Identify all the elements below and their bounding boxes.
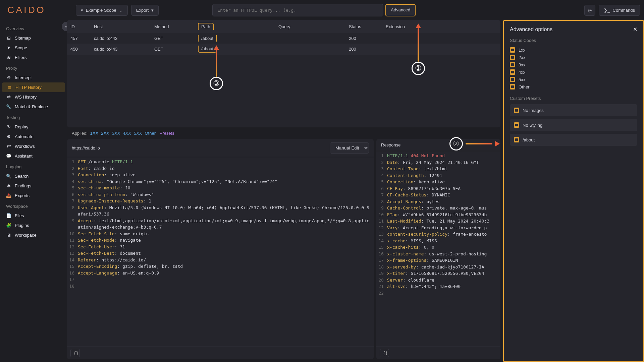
sidebar-item-replay[interactable]: ↻Replay [0,122,67,132]
sidebar-item-findings[interactable]: ✱Findings [0,181,67,191]
cell-ext [382,33,500,44]
table-row[interactable]: 450caido.io:443GET/about200 [67,44,500,55]
sidebar-item-sitemap[interactable]: ⊞Sitemap [0,33,67,43]
filter-icon: ▾ [81,8,83,13]
history-icon: ≣ [7,85,12,90]
column-query[interactable]: Query [275,20,345,33]
column-host[interactable]: Host [91,20,151,33]
cell-method: GET [151,44,195,55]
column-id[interactable]: ID [67,20,91,33]
findings-icon: ✱ [6,183,11,188]
column-extension[interactable]: Extension [382,20,500,33]
applied-label: Applied: [72,131,88,136]
status-code-checkbox[interactable]: Other [510,83,637,90]
status-code-checkbox[interactable]: 2xx [510,54,637,61]
preset-item[interactable]: /about [510,134,637,146]
sidebar-item-automate[interactable]: ⚙Automate [0,132,67,141]
format-button[interactable]: {} [380,349,389,357]
search-wrapper: Enter an HTTPQL query... (e.g. Advanced [212,4,581,16]
request-url: https://caido.io [72,145,330,150]
checkbox-icon [514,108,519,113]
status-code-checkbox[interactable]: 1xx [510,46,637,54]
commands-button[interactable]: ❯_ Commands [599,5,640,16]
export-label: Export [136,8,149,13]
app-logo: CAIDO [4,5,49,15]
commands-label: Commands [613,8,635,13]
caret-down-icon: ▾ [151,8,154,13]
applied-presets[interactable]: Presets [160,131,174,136]
sidebar-item-label: Workspace [15,233,37,238]
sidebar-item-assistant[interactable]: 💬Assistant [0,151,67,161]
sidebar-item-workflows[interactable]: ⮂Workflows [0,141,67,151]
sidebar-item-label: Exports [15,193,30,198]
filter-chip[interactable]: Other [145,131,156,136]
filter-chip[interactable]: 3XX [112,131,120,136]
sidebar-section: Workspace [0,200,67,211]
automate-icon: ⚙ [6,134,11,139]
globe-icon: ◎ [588,8,592,13]
applied-filters: Applied: 1XX2XX3XX4XX5XXOther Presets ② [67,127,500,139]
column-status[interactable]: Status [345,20,382,33]
checkbox-label: 1xx [519,48,525,53]
filter-chip[interactable]: 4XX [123,131,131,136]
sidebar-item-files[interactable]: 📄Files [0,211,67,221]
request-editor[interactable]: 1GET /example HTTP/1.12Host: caido.io3Co… [67,157,374,347]
status-code-checkbox[interactable]: 3xx [510,61,637,68]
sidebar-item-intercept[interactable]: ⊕Intercept [0,73,67,82]
format-button[interactable]: {} [70,349,80,357]
checkbox-label: Other [519,84,530,89]
sidebar-item-search[interactable]: 🔍Search [0,171,67,181]
scope-dropdown[interactable]: ▾ Example Scope ⌄ [76,5,128,16]
sidebar-item-label: Intercept [15,75,32,80]
cell-status: 200 [345,33,382,44]
sidebar-item-workspace[interactable]: 🖥Workspace [0,230,67,240]
sidebar-item-exports[interactable]: 📤Exports [0,191,67,200]
export-dropdown[interactable]: Export ▾ [131,5,159,16]
sidebar-section: Testing [0,112,67,122]
sidebar-item-label: Plugins [15,223,29,228]
edit-mode-select[interactable]: Manual Edit [330,142,369,154]
advanced-button[interactable]: Advanced [385,4,416,16]
chevron-down-icon: ⌄ [119,8,123,13]
httpql-input[interactable]: Enter an HTTPQL query... (e.g. [212,4,383,16]
sidebar-item-filters[interactable]: ≋Filters [0,53,67,62]
cell-path: /about [195,44,275,55]
browser-button[interactable]: ◎ [584,5,595,16]
preset-item[interactable]: No Images [510,104,637,116]
sidebar-item-label: HTTP History [15,85,42,90]
preset-item[interactable]: No Styling [510,119,637,131]
cell-host: caido.io:443 [91,33,151,44]
sidebar-item-match-replace[interactable]: 🔧Match & Replace [0,102,67,112]
filter-chip[interactable]: 5XX [134,131,142,136]
sidebar-item-label: Match & Replace [15,104,48,109]
sidebar-item-label: Automate [15,134,34,139]
exports-icon: 📤 [6,193,11,198]
sidebar-section: Overview [0,23,67,33]
cell-id: 457 [67,33,91,44]
response-pane: Response 1HTTP/1.1 404 Not Found2Date: F… [376,139,500,359]
match-icon: 🔧 [6,104,11,109]
sidebar-item-ws-history[interactable]: ⇄WS History [0,92,67,102]
status-code-checkbox[interactable]: 4xx [510,68,637,76]
column-path[interactable]: Path [195,20,275,33]
cell-status: 200 [345,44,382,55]
filter-chip[interactable]: 1XX [90,131,99,136]
sidebar-item-label: Files [15,213,24,218]
plugins-icon: 🧩 [6,223,11,228]
response-viewer[interactable]: 1HTTP/1.1 404 Not Found2Date: Fri, 24 Ma… [376,151,500,347]
cell-ext [382,44,500,55]
sidebar-item-http-history[interactable]: ≣HTTP History [2,82,65,92]
assistant-icon: 💬 [6,154,11,159]
sidebar-item-plugins[interactable]: 🧩Plugins [0,221,67,230]
sidebar-item-scope[interactable]: ▼Scope [0,43,67,53]
filter-chip[interactable]: 2XX [101,131,109,136]
preset-label: No Images [523,108,544,113]
cell-query [275,33,345,44]
sidebar-item-label: Assistant [15,154,33,159]
status-code-checkbox[interactable]: 5xx [510,76,637,83]
close-icon[interactable]: ✕ [633,26,637,33]
column-method[interactable]: Method [151,20,195,33]
terminal-icon: ❯_ [604,8,610,13]
table-row[interactable]: 457caido.io:443GET/about200 [67,33,500,44]
cell-method: GET [151,33,195,44]
